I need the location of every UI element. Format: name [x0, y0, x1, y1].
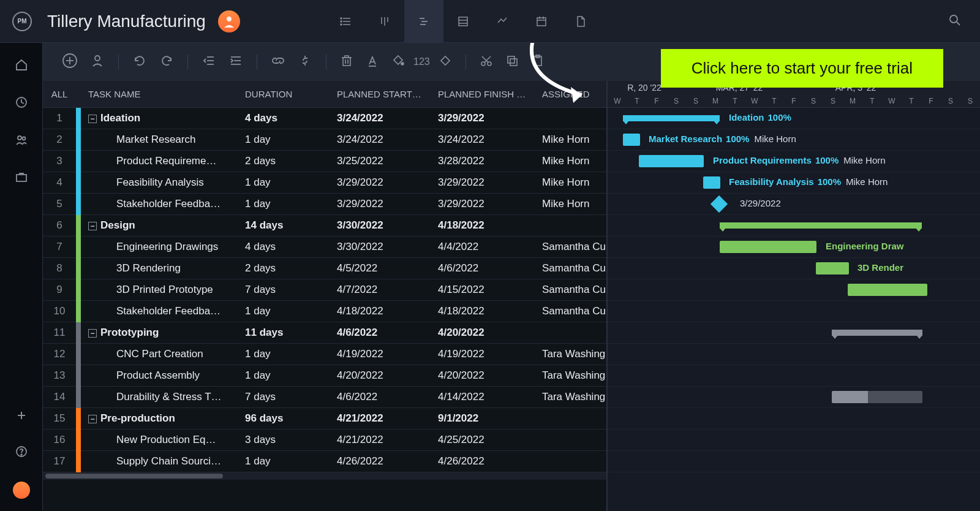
- task-name-cell[interactable]: 3D Rendering: [81, 262, 240, 274]
- view-gantt-icon[interactable]: [404, 0, 443, 43]
- gantt-row[interactable]: [608, 451, 980, 472]
- task-finish-cell[interactable]: 4/19/2022: [433, 348, 537, 360]
- help-icon[interactable]: [15, 445, 28, 460]
- gantt-bar[interactable]: [848, 284, 927, 296]
- col-all[interactable]: ALL: [43, 89, 76, 99]
- task-duration-cell[interactable]: 14 days: [240, 219, 332, 232]
- task-name-cell[interactable]: −Prototyping: [81, 327, 240, 339]
- task-row[interactable]: 14 Durability & Stress T… 7 days 4/6/202…: [43, 387, 606, 408]
- gantt-row[interactable]: [608, 365, 980, 387]
- task-assigned-cell[interactable]: Samantha Cu: [537, 262, 606, 274]
- outdent-icon[interactable]: [198, 51, 220, 73]
- task-assigned-cell[interactable]: Samantha Cu: [537, 305, 606, 317]
- gantt-row[interactable]: Product Requirements100%Mike Horn: [608, 151, 980, 172]
- indent-icon[interactable]: [225, 51, 247, 73]
- task-duration-cell[interactable]: 4 days: [240, 112, 332, 124]
- add-task-icon[interactable]: [58, 50, 81, 74]
- task-start-cell[interactable]: 4/7/2022: [332, 284, 433, 296]
- gantt-row[interactable]: Market Research100%Mike Horn: [608, 129, 980, 151]
- task-duration-cell[interactable]: 96 days: [240, 412, 332, 425]
- collapse-icon[interactable]: −: [88, 329, 97, 338]
- team-icon[interactable]: [15, 133, 28, 149]
- task-name-cell[interactable]: Durability & Stress T…: [81, 391, 240, 403]
- text-style-icon[interactable]: [362, 51, 383, 72]
- grid-scrollbar[interactable]: [43, 472, 606, 480]
- task-assigned-cell[interactable]: Mike Horn: [537, 155, 606, 167]
- task-duration-cell[interactable]: 1 day: [240, 348, 332, 360]
- gantt-bar[interactable]: [816, 262, 849, 274]
- col-task-name[interactable]: TASK NAME: [81, 89, 240, 99]
- task-assigned-cell[interactable]: Tara Washing: [537, 348, 606, 360]
- task-finish-cell[interactable]: 4/15/2022: [433, 284, 537, 296]
- task-duration-cell[interactable]: 1 day: [240, 305, 332, 317]
- task-row[interactable]: 13 Product Assembly 1 day 4/20/2022 4/20…: [43, 365, 606, 387]
- task-finish-cell[interactable]: 4/18/2022: [433, 219, 537, 232]
- view-dashboard-icon[interactable]: [483, 0, 522, 43]
- task-row[interactable]: 17 Supply Chain Sourci… 1 day 4/26/2022 …: [43, 451, 606, 472]
- task-finish-cell[interactable]: 9/1/2022: [433, 412, 537, 425]
- task-finish-cell[interactable]: 4/26/2022: [433, 455, 537, 467]
- gantt-row[interactable]: [608, 430, 980, 451]
- task-duration-cell[interactable]: 2 days: [240, 155, 332, 167]
- task-name-cell[interactable]: Product Requireme…: [81, 155, 240, 167]
- task-duration-cell[interactable]: 1 day: [240, 198, 332, 210]
- gantt-row[interactable]: [608, 279, 980, 301]
- gantt-row[interactable]: Feasibility Analysis100%Mike Horn: [608, 172, 980, 194]
- collapse-icon[interactable]: −: [88, 415, 97, 423]
- task-assigned-cell[interactable]: Tara Washing: [537, 369, 606, 382]
- task-row[interactable]: 7 Engineering Drawings 4 days 3/30/2022 …: [43, 237, 606, 258]
- task-duration-cell[interactable]: 1 day: [240, 369, 332, 382]
- collapse-icon[interactable]: −: [88, 222, 97, 230]
- task-start-cell[interactable]: 4/21/2022: [332, 412, 433, 425]
- task-duration-cell[interactable]: 4 days: [240, 241, 332, 253]
- task-assigned-cell[interactable]: Tara Washing: [537, 391, 606, 403]
- gantt-bar[interactable]: [720, 222, 922, 229]
- gantt-bar[interactable]: [639, 155, 704, 167]
- task-name-cell[interactable]: −Pre-production: [81, 412, 240, 425]
- task-name-cell[interactable]: Market Research: [81, 134, 240, 146]
- task-start-cell[interactable]: 3/30/2022: [332, 219, 433, 232]
- home-icon[interactable]: [15, 58, 28, 74]
- unlink-icon[interactable]: [294, 51, 316, 73]
- undo-icon[interactable]: [129, 51, 151, 73]
- copy-icon[interactable]: [502, 51, 522, 72]
- view-file-icon[interactable]: [561, 0, 600, 43]
- task-row[interactable]: 16 New Production Eq… 3 days 4/21/2022 4…: [43, 430, 606, 451]
- gantt-bar[interactable]: [832, 330, 922, 336]
- user-avatar[interactable]: [218, 10, 240, 32]
- gantt-row[interactable]: [608, 301, 980, 322]
- task-row[interactable]: 15 −Pre-production 96 days 4/21/2022 9/1…: [43, 408, 606, 430]
- task-name-cell[interactable]: 3D Printed Prototype: [81, 284, 240, 296]
- search-icon[interactable]: [942, 13, 968, 29]
- task-finish-cell[interactable]: 3/29/2022: [433, 198, 537, 210]
- task-start-cell[interactable]: 4/18/2022: [332, 305, 433, 317]
- task-finish-cell[interactable]: 4/25/2022: [433, 434, 537, 446]
- task-name-cell[interactable]: Supply Chain Sourci…: [81, 455, 240, 467]
- gantt-row[interactable]: [608, 408, 980, 430]
- task-finish-cell[interactable]: 4/18/2022: [433, 305, 537, 317]
- fill-icon[interactable]: [388, 51, 409, 72]
- task-finish-cell[interactable]: 4/6/2022: [433, 262, 537, 274]
- task-name-cell[interactable]: Product Assembly: [81, 369, 240, 382]
- task-start-cell[interactable]: 3/24/2022: [332, 112, 433, 124]
- gantt-bar[interactable]: [720, 241, 816, 253]
- task-duration-cell[interactable]: 1 day: [240, 455, 332, 467]
- task-row[interactable]: 8 3D Rendering 2 days 4/5/2022 4/6/2022 …: [43, 258, 606, 279]
- gantt-row[interactable]: Ideation100%: [608, 108, 980, 129]
- task-duration-cell[interactable]: 1 day: [240, 176, 332, 189]
- task-start-cell[interactable]: 4/6/2022: [332, 391, 433, 403]
- task-start-cell[interactable]: 3/25/2022: [332, 155, 433, 167]
- task-row[interactable]: 10 Stakeholder Feedba… 1 day 4/18/2022 4…: [43, 301, 606, 322]
- task-assigned-cell[interactable]: Mike Horn: [537, 134, 606, 146]
- task-duration-cell[interactable]: 2 days: [240, 262, 332, 274]
- task-row[interactable]: 4 Feasibility Analysis 1 day 3/29/2022 3…: [43, 172, 606, 194]
- col-assigned[interactable]: ASSIGNED: [537, 89, 606, 99]
- task-finish-cell[interactable]: 3/29/2022: [433, 112, 537, 124]
- task-name-cell[interactable]: −Ideation: [81, 112, 240, 124]
- task-start-cell[interactable]: 4/26/2022: [332, 455, 433, 467]
- task-finish-cell[interactable]: 4/4/2022: [433, 241, 537, 253]
- assign-icon[interactable]: [86, 51, 108, 73]
- task-row[interactable]: 5 Stakeholder Feedba… 1 day 3/29/2022 3/…: [43, 194, 606, 215]
- task-finish-cell[interactable]: 3/24/2022: [433, 134, 537, 146]
- gantt-row[interactable]: [608, 215, 980, 237]
